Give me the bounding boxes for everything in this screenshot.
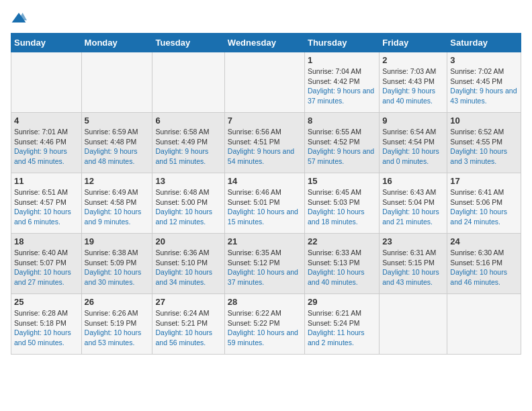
sunset-text: Sunset: 5:04 PM [382, 198, 435, 206]
sunset-text: Sunset: 5:01 PM [228, 198, 280, 206]
sunrise-text: Sunrise: 6:33 AM [308, 248, 361, 257]
daylight-text: Daylight: 11 hours and 2 minutes. [308, 328, 365, 347]
daylight-text: Daylight: 10 hours and 40 minutes. [308, 268, 365, 286]
sunset-text: Sunset: 4:52 PM [308, 138, 360, 146]
day-number: 5 [85, 116, 150, 126]
daylight-text: Daylight: 9 hours and 57 minutes. [308, 147, 374, 165]
sunrise-text: Sunrise: 6:31 AM [382, 248, 436, 257]
calendar-cell: 13Sunrise: 6:48 AMSunset: 5:00 PMDayligh… [152, 173, 224, 234]
day-number: 11 [14, 176, 79, 186]
day-number: 24 [450, 236, 518, 246]
day-info: Sunrise: 7:02 AMSunset: 4:45 PMDaylight:… [450, 66, 518, 106]
day-number: 27 [155, 297, 221, 307]
daylight-text: Daylight: 9 hours and 51 minutes. [155, 147, 208, 165]
daylight-text: Daylight: 10 hours and 9 minutes. [85, 208, 142, 226]
day-number: 16 [382, 176, 444, 186]
sunrise-text: Sunrise: 6:58 AM [155, 128, 209, 136]
day-info: Sunrise: 6:46 AMSunset: 5:01 PMDaylight:… [228, 187, 302, 227]
day-number: 22 [308, 236, 376, 246]
sunset-text: Sunset: 5:19 PM [85, 319, 137, 327]
sunrise-text: Sunrise: 6:38 AM [85, 248, 138, 257]
header-sunday: Sunday [11, 34, 82, 52]
calendar-cell: 26Sunrise: 6:26 AMSunset: 5:19 PMDayligh… [81, 294, 152, 355]
sunrise-text: Sunrise: 6:46 AM [228, 188, 281, 196]
day-info: Sunrise: 7:04 AMSunset: 4:42 PMDaylight:… [308, 66, 376, 106]
day-info: Sunrise: 6:48 AMSunset: 5:00 PMDaylight:… [155, 187, 221, 227]
calendar-week-row: 11Sunrise: 6:51 AMSunset: 4:57 PMDayligh… [11, 173, 521, 234]
sunset-text: Sunset: 5:22 PM [228, 319, 280, 327]
sunrise-text: Sunrise: 7:02 AM [450, 67, 504, 75]
day-number: 13 [155, 176, 221, 186]
daylight-text: Daylight: 9 hours and 37 minutes. [308, 87, 374, 105]
calendar-cell [81, 52, 152, 113]
sunset-text: Sunset: 5:21 PM [155, 319, 208, 327]
daylight-text: Daylight: 9 hours and 40 minutes. [382, 87, 435, 105]
sunset-text: Sunset: 5:16 PM [450, 259, 502, 267]
day-number: 3 [450, 55, 518, 65]
sunrise-text: Sunrise: 6:45 AM [308, 188, 361, 196]
sunrise-text: Sunrise: 6:26 AM [85, 309, 138, 317]
day-info: Sunrise: 7:03 AMSunset: 4:43 PMDaylight:… [382, 66, 444, 106]
day-info: Sunrise: 6:58 AMSunset: 4:49 PMDaylight:… [155, 127, 221, 167]
sunrise-text: Sunrise: 6:22 AM [228, 309, 281, 317]
calendar-cell: 7Sunrise: 6:56 AMSunset: 4:51 PMDaylight… [224, 113, 304, 173]
daylight-text: Daylight: 10 hours and 30 minutes. [85, 268, 142, 286]
day-number: 17 [450, 176, 518, 186]
sunset-text: Sunset: 4:54 PM [382, 138, 435, 146]
calendar-cell: 19Sunrise: 6:38 AMSunset: 5:09 PMDayligh… [81, 234, 152, 294]
daylight-text: Daylight: 10 hours and 21 minutes. [382, 208, 439, 226]
sunrise-text: Sunrise: 6:30 AM [450, 248, 504, 257]
day-number: 9 [382, 116, 444, 126]
calendar-cell: 5Sunrise: 6:59 AMSunset: 4:48 PMDaylight… [81, 113, 152, 173]
sunset-text: Sunset: 4:58 PM [85, 198, 137, 206]
calendar-table: SundayMondayTuesdayWednesdayThursdayFrid… [11, 33, 521, 355]
daylight-text: Daylight: 9 hours and 54 minutes. [228, 147, 294, 165]
day-info: Sunrise: 6:52 AMSunset: 4:55 PMDaylight:… [450, 127, 518, 167]
sunrise-text: Sunrise: 6:54 AM [382, 128, 436, 136]
calendar-cell: 8Sunrise: 6:55 AMSunset: 4:52 PMDaylight… [304, 113, 379, 173]
calendar-cell: 11Sunrise: 6:51 AMSunset: 4:57 PMDayligh… [11, 173, 82, 234]
sunrise-text: Sunrise: 6:56 AM [228, 128, 281, 136]
daylight-text: Daylight: 10 hours and 53 minutes. [85, 328, 142, 347]
day-number: 23 [382, 236, 444, 246]
sunrise-text: Sunrise: 7:01 AM [14, 128, 68, 136]
calendar-cell: 24Sunrise: 6:30 AMSunset: 5:16 PMDayligh… [447, 234, 521, 294]
daylight-text: Daylight: 10 hours and 46 minutes. [450, 268, 507, 286]
day-number: 6 [155, 116, 221, 126]
day-number: 4 [14, 116, 79, 126]
header-row: SundayMondayTuesdayWednesdayThursdayFrid… [11, 34, 521, 52]
calendar-cell: 28Sunrise: 6:22 AMSunset: 5:22 PMDayligh… [224, 294, 304, 355]
sunrise-text: Sunrise: 6:49 AM [85, 188, 138, 196]
sunset-text: Sunset: 4:49 PM [155, 138, 208, 146]
calendar-cell: 20Sunrise: 6:36 AMSunset: 5:10 PMDayligh… [152, 234, 224, 294]
day-info: Sunrise: 6:45 AMSunset: 5:03 PMDaylight:… [308, 187, 376, 227]
day-number: 25 [14, 297, 79, 307]
sunset-text: Sunset: 4:43 PM [382, 77, 435, 85]
day-number: 8 [308, 116, 376, 126]
calendar-week-row: 18Sunrise: 6:40 AMSunset: 5:07 PMDayligh… [11, 234, 521, 294]
header-monday: Monday [81, 34, 152, 52]
sunset-text: Sunset: 4:57 PM [14, 198, 66, 206]
sunset-text: Sunset: 5:15 PM [382, 259, 435, 267]
sunset-text: Sunset: 5:12 PM [228, 259, 280, 267]
day-number: 28 [228, 297, 302, 307]
day-number: 19 [85, 236, 150, 246]
daylight-text: Daylight: 9 hours and 45 minutes. [14, 147, 67, 165]
calendar-cell: 23Sunrise: 6:31 AMSunset: 5:15 PMDayligh… [380, 234, 447, 294]
daylight-text: Daylight: 10 hours and 0 minutes. [382, 147, 439, 165]
sunset-text: Sunset: 4:46 PM [14, 138, 66, 146]
sunset-text: Sunset: 5:09 PM [85, 259, 137, 267]
calendar-cell [152, 52, 224, 113]
day-info: Sunrise: 6:49 AMSunset: 4:58 PMDaylight:… [85, 187, 150, 227]
sunrise-text: Sunrise: 6:21 AM [308, 309, 361, 317]
day-info: Sunrise: 6:40 AMSunset: 5:07 PMDaylight:… [14, 248, 79, 287]
calendar-week-row: 25Sunrise: 6:28 AMSunset: 5:18 PMDayligh… [11, 294, 521, 355]
day-number: 29 [308, 297, 376, 307]
daylight-text: Daylight: 10 hours and 56 minutes. [155, 328, 212, 347]
daylight-text: Daylight: 10 hours and 15 minutes. [228, 208, 298, 226]
calendar-cell: 27Sunrise: 6:24 AMSunset: 5:21 PMDayligh… [152, 294, 224, 355]
day-info: Sunrise: 7:01 AMSunset: 4:46 PMDaylight:… [14, 127, 79, 167]
header-saturday: Saturday [447, 34, 521, 52]
day-number: 2 [382, 55, 444, 65]
sunrise-text: Sunrise: 7:04 AM [308, 67, 361, 75]
